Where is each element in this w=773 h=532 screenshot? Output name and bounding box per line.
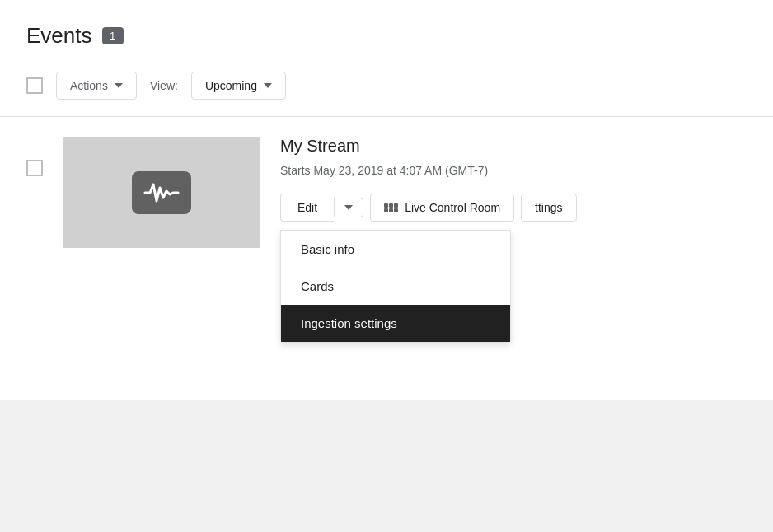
event-details: My Stream Starts May 23, 2019 at 4:07 AM… [280,137,747,222]
page-title-row: Events 1 [26,23,747,49]
settings-label: ttings [535,201,562,214]
waveform-icon [143,180,180,206]
dropdown-item-basic-info[interactable]: Basic info [281,231,510,268]
grid-icon [384,203,398,212]
dropdown-item-ingestion-settings[interactable]: Ingestion settings [281,305,510,342]
event-list: My Stream Starts May 23, 2019 at 4:07 AM… [0,117,773,268]
view-chevron-icon [264,83,272,88]
event-subtitle: Starts May 23, 2019 at 4:07 AM (GMT-7) [280,164,747,177]
live-control-label: Live Control Room [405,201,500,214]
table-row: My Stream Starts May 23, 2019 at 4:07 AM… [0,117,773,268]
bottom-area [0,400,773,532]
edit-button[interactable]: Edit [280,194,334,222]
select-all-checkbox[interactable] [26,77,43,94]
event-checkbox[interactable] [26,160,43,176]
edit-dropdown-menu: Basic info Cards Ingestion settings [280,230,511,343]
stream-icon-bg [132,171,191,214]
event-thumbnail [63,137,260,248]
edit-chevron-icon [344,205,353,210]
toolbar-row: Actions View: Upcoming [26,72,747,100]
view-selected-label: Upcoming [205,79,257,92]
header-area: Events 1 Actions View: Upcoming [0,0,773,116]
actions-chevron-icon [115,83,123,88]
page-title: Events [26,23,92,49]
event-actions-row: Edit Live Control Room [280,194,747,222]
edit-dropdown-button[interactable] [334,198,363,217]
actions-label: Actions [70,79,108,92]
view-label: View: [150,79,178,92]
dropdown-item-cards[interactable]: Cards [281,268,510,305]
view-dropdown-button[interactable]: Upcoming [191,72,286,100]
settings-button[interactable]: ttings [521,194,576,222]
live-control-room-button[interactable]: Live Control Room [370,194,514,222]
event-title: My Stream [280,137,747,156]
events-badge: 1 [102,27,124,44]
actions-button[interactable]: Actions [56,72,137,100]
